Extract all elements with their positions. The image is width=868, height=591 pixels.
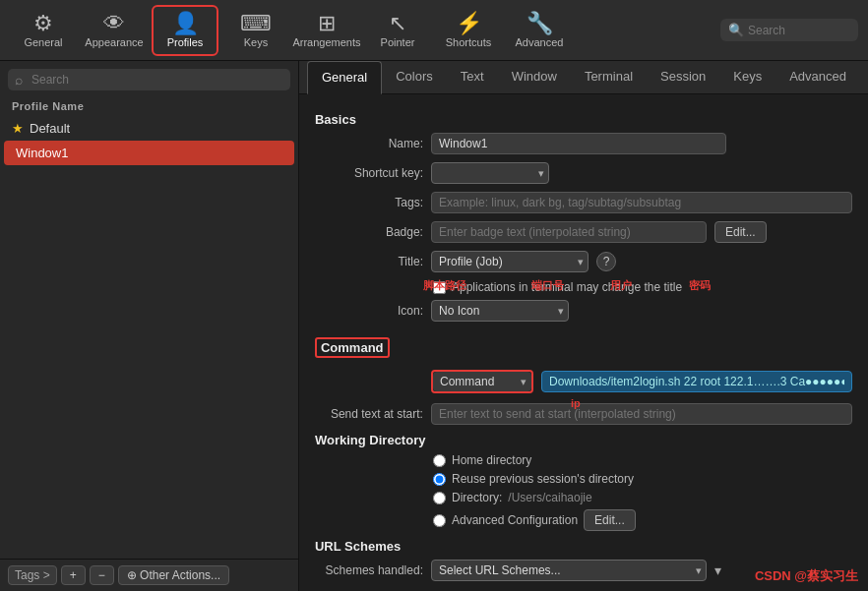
icon-select[interactable]: No Icon Custom (431, 300, 569, 322)
title-question-button[interactable]: ? (596, 252, 616, 271)
tab-terminal-label: Terminal (585, 69, 633, 84)
url-schemes-title: URL Schemes (315, 539, 852, 554)
toolbar-advanced-label: Advanced (516, 36, 564, 48)
icon-label: Icon: (315, 304, 423, 318)
icon-select-wrap: No Icon Custom (431, 300, 569, 322)
toolbar-general[interactable]: ⚙ General (10, 5, 77, 56)
profiles-icon: 👤 (172, 13, 199, 34)
toolbar-search-icon: 🔍 (728, 23, 744, 37)
form-area: Basics Name: Shortcut key: Tags: (299, 94, 868, 591)
watermark: CSDN @蔡实习生 (755, 567, 858, 585)
tab-general-label: General (322, 70, 367, 85)
shortcut-label: Shortcut key: (315, 166, 423, 180)
tab-window[interactable]: Window (498, 61, 571, 93)
tab-advanced[interactable]: Advanced (775, 61, 860, 93)
shortcut-select-wrap (431, 162, 549, 184)
schemes-label: Schemes handled: (315, 563, 423, 577)
sidebar-profile-name-header: Profile Name (0, 94, 298, 116)
toolbar: ⚙ General 👁 Appearance 👤 Profiles ⌨ Keys… (0, 0, 868, 61)
toolbar-profiles[interactable]: 👤 Profiles (152, 5, 218, 56)
toolbar-pointer[interactable]: ↖ Pointer (364, 5, 431, 56)
sidebar-window1-label: Window1 (16, 146, 68, 160)
advanced-config-edit-button[interactable]: Edit... (584, 509, 636, 531)
toolbar-arrangements[interactable]: ⊞ Arrangements (293, 5, 360, 56)
name-input[interactable] (431, 133, 726, 154)
toolbar-advanced[interactable]: 🔧 Advanced (506, 5, 573, 56)
toolbar-search-box: 🔍 (720, 19, 858, 41)
advanced-config-label: Advanced Configuration (452, 513, 578, 527)
command-input[interactable] (541, 371, 852, 392)
tags-input[interactable] (431, 192, 852, 213)
star-icon: ★ (12, 121, 24, 136)
tab-session[interactable]: Session (647, 61, 719, 93)
sidebar-add-button[interactable]: + (61, 565, 86, 585)
tab-text[interactable]: Text (447, 61, 498, 93)
shortcut-select[interactable] (431, 162, 549, 184)
sidebar-item-window1[interactable]: Window1 (4, 141, 294, 165)
command-row: Command Login shell Custom Shell ip (315, 370, 852, 393)
advanced-icon: 🔧 (527, 13, 553, 34)
title-select[interactable]: Profile (Job) Session Name Job TTY Custo… (431, 251, 589, 272)
reuse-dir-radio[interactable] (433, 473, 446, 486)
toolbar-shortcuts[interactable]: ⚡ Shortcuts (435, 5, 502, 56)
shortcuts-icon: ⚡ (456, 13, 482, 34)
sidebar-item-default[interactable]: ★ Default (0, 116, 298, 141)
toolbar-appearance[interactable]: 👁 Appearance (81, 5, 148, 56)
reuse-dir-label: Reuse previous session's directory (452, 472, 634, 486)
title-label: Title: (315, 255, 423, 268)
badge-label: Badge: (315, 225, 423, 239)
advanced-config-row: Advanced Configuration Edit... (433, 509, 852, 531)
arrangements-icon: ⊞ (318, 13, 336, 34)
sidebar-tags-button[interactable]: Tags > (8, 565, 57, 585)
tab-terminal[interactable]: Terminal (571, 61, 647, 93)
reuse-dir-row: Reuse previous session's directory (433, 472, 852, 486)
shortcut-row: Shortcut key: (315, 162, 852, 184)
advanced-config-radio[interactable] (433, 514, 446, 527)
tab-keys[interactable]: Keys (719, 61, 775, 93)
pointer-icon: ↖ (389, 13, 406, 34)
command-select[interactable]: Command Login shell Custom Shell (433, 372, 531, 391)
home-dir-radio[interactable] (433, 454, 446, 467)
sidebar-search-area (0, 61, 298, 94)
tab-colors-label: Colors (396, 69, 433, 84)
basics-section-title: Basics (315, 112, 852, 127)
name-label: Name: (315, 137, 423, 150)
tab-window-label: Window (512, 69, 557, 84)
dir-label: Directory: (452, 491, 502, 504)
working-dir-title: Working Directory (315, 433, 852, 447)
sidebar-remove-button[interactable]: − (90, 565, 114, 585)
sidebar-search-input[interactable] (8, 69, 290, 90)
command-select-wrap: Command Login shell Custom Shell (431, 370, 533, 393)
toolbar-shortcuts-label: Shortcuts (446, 36, 491, 48)
content-panel: General Colors Text Window Terminal Sess… (299, 61, 868, 591)
apps-change-title-row: Applications in terminal may change the … (433, 280, 852, 294)
dir-radio[interactable] (433, 492, 446, 504)
sidebar-other-actions-button[interactable]: ⊕ Other Actions... (118, 565, 229, 585)
tab-text-label: Text (461, 69, 484, 84)
title-select-wrap: Profile (Job) Session Name Job TTY Custo… (431, 251, 589, 272)
send-at-start-label: Send text at start: (315, 407, 423, 421)
home-dir-label: Home directory (452, 453, 531, 467)
general-icon: ⚙ (33, 13, 53, 34)
sidebar: Profile Name ★ Default Window1 Tags > + … (0, 61, 299, 591)
tab-general[interactable]: General (307, 61, 382, 94)
tab-keys-label: Keys (733, 69, 762, 84)
tab-colors[interactable]: Colors (382, 61, 447, 93)
toolbar-general-label: General (24, 36, 62, 48)
badge-edit-button[interactable]: Edit... (714, 221, 767, 243)
toolbar-keys[interactable]: ⌨ Keys (222, 5, 289, 56)
schemes-chevron-icon: ▾ (714, 562, 721, 578)
toolbar-appearance-label: Appearance (85, 36, 143, 48)
toolbar-arrangements-label: Arrangements (292, 36, 360, 48)
schemes-select[interactable]: Select URL Schemes... (431, 560, 707, 581)
tab-session-label: Session (660, 69, 706, 84)
send-at-start-input[interactable] (431, 403, 852, 425)
toolbar-pointer-label: Pointer (381, 36, 415, 48)
apps-change-title-checkbox[interactable] (433, 281, 446, 294)
toolbar-keys-label: Keys (244, 36, 268, 48)
toolbar-search-input[interactable] (748, 24, 850, 37)
toolbar-profiles-label: Profiles (167, 36, 204, 48)
badge-input[interactable] (431, 221, 707, 243)
main-layout: Profile Name ★ Default Window1 Tags > + … (0, 61, 868, 591)
command-section-title: Command (315, 337, 390, 358)
